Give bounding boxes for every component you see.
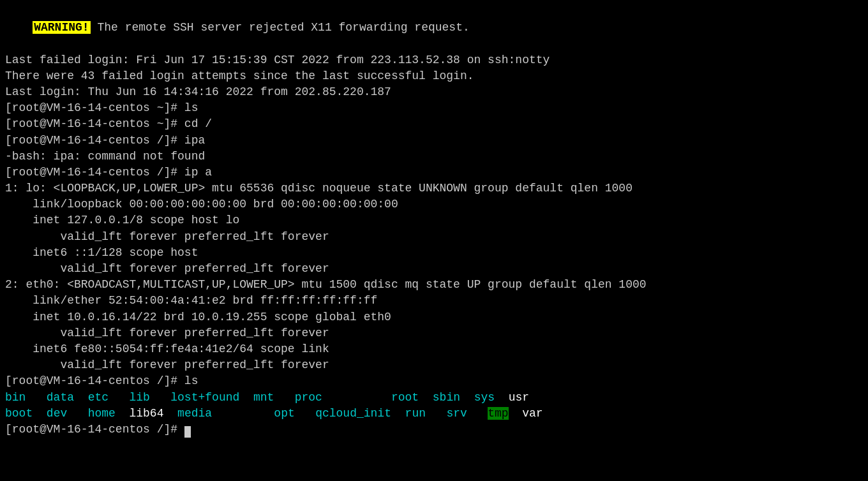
- terminal-line: valid_lft forever preferred_lft forever: [5, 261, 863, 277]
- terminal-line: 2: eth0: <BROADCAST,MULTICAST,UP,LOWER_U…: [5, 277, 863, 293]
- dir-item: opt: [274, 407, 294, 420]
- dir-item: qcloud_init: [315, 407, 391, 420]
- dir-item-tmp: tmp: [488, 407, 508, 420]
- dir-item: home: [88, 407, 116, 420]
- dir-item: data: [47, 391, 74, 404]
- dir-item: run: [405, 407, 426, 420]
- dir-item: etc: [88, 391, 108, 404]
- terminal-line: inet 127.0.0.1/8 scope host lo: [5, 212, 863, 228]
- terminal-line: inet6 fe80::5054:ff:fe4a:41e2/64 scope l…: [5, 341, 863, 357]
- terminal-line: [root@VM-16-14-centos /]# ls: [5, 373, 863, 389]
- dir-item: srv: [446, 407, 467, 420]
- terminal-line: inet6 ::1/128 scope host: [5, 245, 863, 261]
- terminal-line: valid_lft forever preferred_lft forever: [5, 229, 863, 245]
- terminal-line: Last login: Thu Jun 16 14:34:16 2022 fro…: [5, 84, 863, 100]
- dir-item: dev: [47, 407, 67, 420]
- terminal-line: inet 10.0.16.14/22 brd 10.0.19.255 scope…: [5, 309, 863, 325]
- terminal-line: link/loopback 00:00:00:00:00:00 brd 00:0…: [5, 196, 863, 212]
- dir-item: proc: [295, 391, 322, 404]
- dir-item: mnt: [253, 391, 274, 404]
- dir-listing-row1: bin data etc lib lost+found mnt proc roo…: [5, 390, 863, 406]
- dir-item: lib64: [129, 407, 163, 420]
- dir-item: media: [177, 407, 212, 420]
- dir-item: sys: [474, 391, 495, 404]
- terminal-line: [root@VM-16-14-centos /]# ipa: [5, 133, 863, 149]
- dir-item: usr: [509, 391, 529, 404]
- terminal-line: [root@VM-16-14-centos ~]# ls: [5, 100, 863, 116]
- dir-item: root: [391, 391, 419, 404]
- dir-item: boot: [5, 407, 33, 420]
- warning-badge: WARNING!: [33, 21, 90, 34]
- dir-item: lib: [129, 391, 149, 404]
- dir-item: lost+found: [170, 391, 239, 404]
- dir-item: var: [522, 407, 542, 420]
- terminal-line: valid_lft forever preferred_lft forever: [5, 325, 863, 341]
- terminal-line: -bash: ipa: command not found: [5, 149, 863, 165]
- terminal-line: 1: lo: <LOOPBACK,UP,LOWER_UP> mtu 65536 …: [5, 181, 863, 196]
- terminal-prompt-line: [root@VM-16-14-centos /]#: [5, 422, 863, 438]
- cursor: [184, 426, 191, 438]
- terminal-line: valid_lft forever preferred_lft forever: [5, 357, 863, 373]
- warning-line: WARNING! The remote SSH server rejected …: [5, 4, 863, 52]
- dir-item: sbin: [433, 391, 460, 404]
- dir-item: bin: [5, 391, 26, 404]
- terminal-line: [root@VM-16-14-centos /]# ip a: [5, 165, 863, 181]
- terminal-line: [root@VM-16-14-centos ~]# cd /: [5, 116, 863, 132]
- terminal-line: Last failed login: Fri Jun 17 15:15:39 C…: [5, 52, 863, 68]
- warning-text: The remote SSH server rejected X11 forwa…: [91, 21, 470, 34]
- terminal: WARNING! The remote SSH server rejected …: [5, 4, 863, 477]
- terminal-line: link/ether 52:54:00:4a:41:e2 brd ff:ff:f…: [5, 293, 863, 309]
- dir-listing-row2: boot dev home lib64 media opt qcloud_ini…: [5, 406, 863, 422]
- terminal-line: There were 43 failed login attempts sinc…: [5, 68, 863, 84]
